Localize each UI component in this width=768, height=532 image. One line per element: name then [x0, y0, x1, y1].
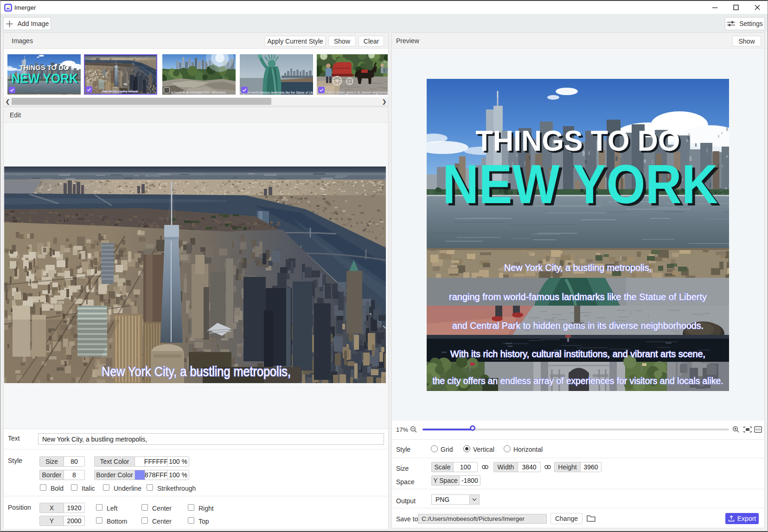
- svg-text:NEW YORK: NEW YORK: [11, 71, 78, 86]
- svg-text:THINGS TO DO: THINGS TO DO: [19, 64, 69, 71]
- svg-text:New York City, a bustling metr: New York City, a bustling metropolis,: [504, 263, 652, 273]
- svg-text:New York City, a bustling metr: New York City, a bustling metropolis,: [103, 90, 138, 93]
- svg-text:ranging from world-famous land: ranging from world-famous landmarks like…: [449, 292, 707, 302]
- svg-text:THINGS TO DO: THINGS TO DO: [476, 124, 680, 157]
- svg-text:is home to an estimated 500+ a: is home to an estimated 500+ attractions…: [171, 91, 226, 94]
- svg-text:anging from world-famous landm: anging from world-famous landmarks like …: [240, 91, 313, 95]
- svg-text:and Central Park to hidden gem: and Central Park to hidden gems in its d…: [452, 320, 704, 331]
- svg-text:the city offers an endless arr: the city offers an endless array of expe…: [433, 376, 723, 386]
- svg-text:New York City, a bustling metr: New York City, a bustling metropolis,: [102, 364, 291, 379]
- svg-text:nd Central Park to hidden gems: nd Central Park to hidden gems in its di…: [317, 91, 388, 95]
- svg-text:NEW YORK: NEW YORK: [442, 154, 718, 215]
- svg-text:With its rich history, cultura: With its rich history, cultural institut…: [450, 349, 705, 359]
